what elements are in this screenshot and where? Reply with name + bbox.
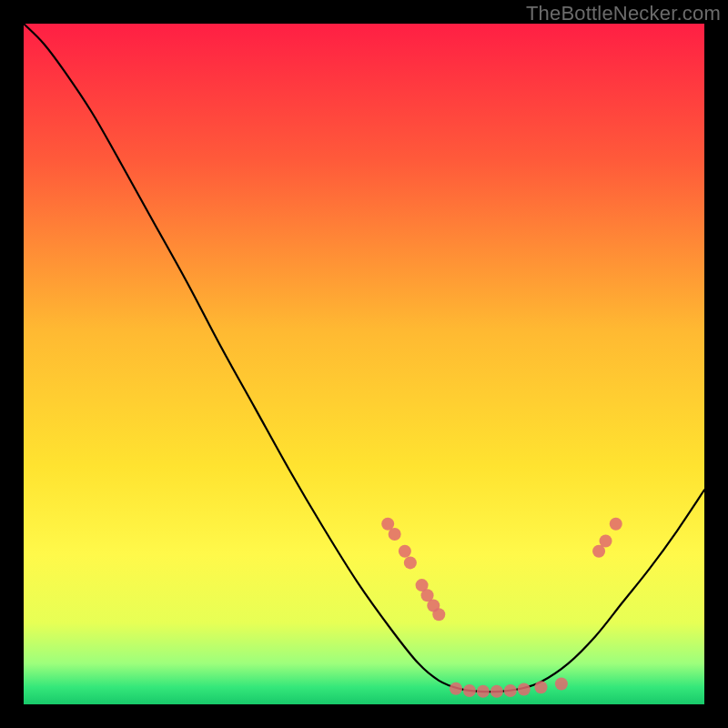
curve-marker: [518, 683, 531, 696]
curve-marker: [610, 518, 622, 531]
curve-marker: [555, 678, 568, 691]
curve-marker: [477, 685, 490, 698]
curve-marker: [432, 608, 445, 621]
gradient-background: [24, 24, 704, 704]
chart-frame: [24, 24, 704, 704]
curve-marker: [600, 534, 612, 547]
curve-marker: [404, 556, 417, 569]
curve-marker: [490, 685, 503, 698]
curve-marker: [463, 684, 476, 697]
curve-marker: [450, 682, 462, 695]
bottleneck-curve-chart: [24, 24, 704, 704]
curve-marker: [399, 545, 411, 558]
watermark-text: TheBottleNecker.com: [526, 2, 721, 25]
curve-marker: [504, 684, 517, 697]
curve-marker: [389, 528, 401, 541]
curve-marker: [534, 681, 547, 693]
